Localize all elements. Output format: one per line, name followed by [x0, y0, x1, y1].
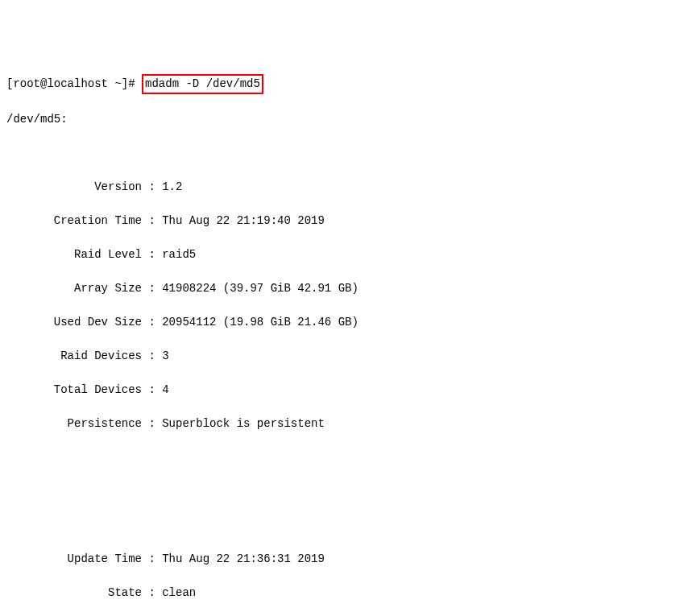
detail-value: Superblock is persistent: [162, 417, 325, 430]
detail-row: Version : 1.2: [6, 179, 678, 196]
details-block-2: Update Time : Thu Aug 22 21:36:31 2019 S…: [6, 534, 678, 616]
detail-value: 3: [162, 349, 168, 362]
device-header: /dev/md5:: [6, 111, 678, 128]
detail-label: Total Devices: [6, 382, 142, 399]
detail-label: Version: [6, 179, 142, 196]
detail-value: raid5: [162, 248, 196, 261]
detail-label: Used Dev Size: [6, 314, 142, 331]
detail-value: Thu Aug 22 21:19:40 2019: [162, 214, 325, 227]
detail-label: State: [6, 585, 142, 602]
detail-row: Raid Level : raid5: [6, 246, 678, 263]
command-text: mdadm -D /dev/md5: [142, 74, 263, 94]
detail-label: Raid Level: [6, 246, 142, 263]
detail-value: 20954112 (19.98 GiB 21.46 GB): [162, 316, 359, 329]
detail-row: State : clean: [6, 585, 678, 602]
detail-row: Array Size : 41908224 (39.97 GiB 42.91 G…: [6, 280, 678, 297]
detail-label: Raid Devices: [6, 348, 142, 365]
detail-row: Raid Devices : 3: [6, 348, 678, 365]
detail-value: 41908224 (39.97 GiB 42.91 GB): [162, 282, 359, 295]
detail-value: 4: [162, 383, 168, 396]
detail-label: Update Time: [6, 551, 142, 568]
detail-row: Persistence : Superblock is persistent: [6, 415, 678, 432]
details-block-1: Version : 1.2 Creation Time : Thu Aug 22…: [6, 162, 678, 449]
detail-label: Persistence: [6, 415, 142, 432]
detail-label: Creation Time: [6, 213, 142, 229]
detail-row: Total Devices : 4: [6, 382, 678, 399]
detail-row: Update Time : Thu Aug 22 21:36:31 2019: [6, 551, 678, 568]
detail-value: 1.2: [162, 180, 182, 193]
detail-value: Thu Aug 22 21:36:31 2019: [162, 552, 325, 565]
command-line: [root@localhost ~]# mdadm -D /dev/md5: [6, 74, 678, 94]
detail-value: clean: [162, 586, 196, 599]
prompt-prefix: [root@localhost ~]#: [6, 77, 142, 90]
blank-line: [6, 483, 678, 500]
detail-row: Creation Time : Thu Aug 22 21:19:40 2019: [6, 213, 678, 229]
detail-label: Array Size: [6, 280, 142, 297]
detail-row: Used Dev Size : 20954112 (19.98 GiB 21.4…: [6, 314, 678, 331]
